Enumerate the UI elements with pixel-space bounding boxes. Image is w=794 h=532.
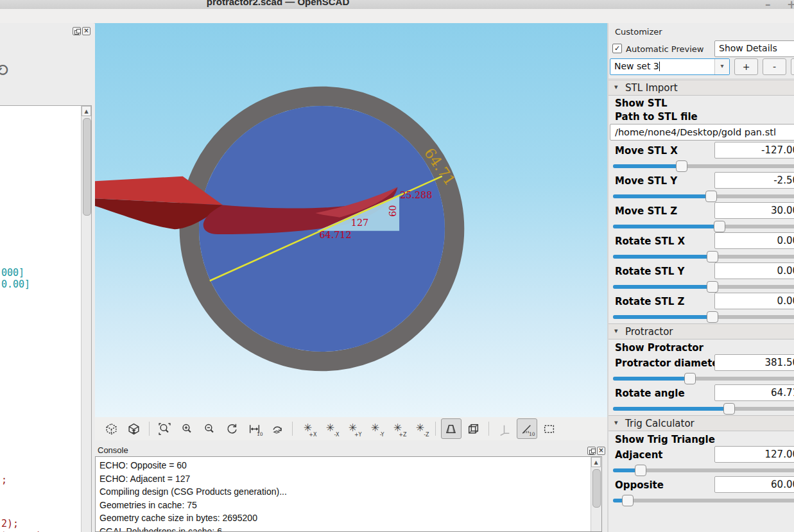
scroll-up-icon[interactable]: ▲ bbox=[591, 457, 601, 467]
move-stl-y-input[interactable] bbox=[714, 172, 794, 189]
opposite-input[interactable] bbox=[714, 476, 794, 493]
show-protractor-label: Show Protractor bbox=[615, 342, 703, 354]
move-stl-x-label: Move STL X bbox=[615, 145, 678, 157]
slider-handle[interactable] bbox=[723, 403, 735, 415]
maximize-button[interactable]: + bbox=[787, 0, 794, 10]
protractor-diameter-label: Protractor diameter bbox=[615, 357, 723, 369]
icon-label: +X bbox=[309, 432, 316, 438]
reset-view-icon[interactable] bbox=[222, 418, 243, 439]
protractor-diameter-input[interactable] bbox=[714, 354, 794, 371]
editor-scrollbar[interactable]: ▲ bbox=[81, 106, 91, 532]
details-dropdown[interactable]: Show Details bbox=[714, 40, 794, 57]
icon-label: -X bbox=[334, 432, 340, 438]
minimize-button[interactable]: – bbox=[765, 0, 771, 10]
console-output[interactable]: ECHO: Opposite = 60 ECHO: Adjacent = 127… bbox=[95, 456, 602, 532]
rotate-stl-x-label: Rotate STL X bbox=[615, 236, 685, 247]
rotate-stl-y-input[interactable] bbox=[714, 262, 794, 279]
move-stl-x-slider[interactable] bbox=[608, 160, 794, 172]
console-scroll-thumb[interactable] bbox=[592, 469, 601, 508]
preset-save-button[interactable] bbox=[791, 58, 794, 75]
code-fragment: 000] bbox=[1, 267, 24, 279]
slider-handle[interactable] bbox=[635, 465, 646, 476]
rotate-angle-input[interactable] bbox=[714, 384, 794, 401]
slider-handle[interactable] bbox=[622, 495, 634, 506]
editor-float-icon[interactable] bbox=[73, 27, 81, 35]
slider-handle[interactable] bbox=[684, 373, 696, 384]
rotate-stl-x-slider[interactable] bbox=[608, 251, 794, 262]
axis-view-icon[interactable]: ✳+X bbox=[298, 418, 318, 439]
view-boundary-icon[interactable] bbox=[539, 418, 560, 439]
section-stl-import[interactable]: ▾ STL Import bbox=[608, 80, 794, 96]
slider-handle[interactable] bbox=[705, 191, 717, 202]
preset-remove-button[interactable]: - bbox=[763, 58, 786, 75]
rotate-angle-label: Rotate angle bbox=[615, 388, 685, 399]
console-scrollbar[interactable]: ▲ bbox=[591, 457, 601, 531]
axis-view-icon[interactable]: ✳+Z bbox=[388, 418, 408, 439]
scroll-up-icon[interactable]: ▲ bbox=[82, 106, 91, 116]
editor-close-icon[interactable]: × bbox=[82, 27, 91, 35]
render-cube-icon[interactable] bbox=[124, 418, 144, 439]
editor-scroll-thumb[interactable] bbox=[83, 118, 91, 216]
rotate-stl-z-slider[interactable] bbox=[608, 311, 794, 323]
editor-toolbar-fragment-icon: ⟲ bbox=[0, 60, 8, 80]
move-stl-x-input[interactable] bbox=[714, 142, 794, 159]
path-label: Path to STL file bbox=[615, 111, 698, 123]
menu-strip bbox=[0, 9, 794, 24]
perspective-icon[interactable] bbox=[441, 418, 462, 439]
console-line: Geometries in cache: 75 bbox=[96, 499, 601, 512]
rotate-angle-slider[interactable] bbox=[608, 403, 794, 415]
axis-view-icon[interactable]: ✳+Y bbox=[343, 418, 363, 439]
section-trig-calculator[interactable]: ▾ Trig Calculator bbox=[608, 415, 794, 431]
rotate-view-icon[interactable] bbox=[267, 418, 288, 439]
adjacent-label: 127 bbox=[351, 218, 368, 228]
rotate-stl-y-label: Rotate STL Y bbox=[615, 266, 684, 277]
axis-view-icon[interactable]: ✳-X bbox=[320, 418, 341, 439]
zoom-all-icon[interactable] bbox=[155, 418, 175, 439]
slider-handle[interactable] bbox=[676, 160, 687, 172]
slider-handle[interactable] bbox=[707, 311, 718, 323]
scale-markers-icon[interactable]: 10 bbox=[517, 418, 537, 439]
slider-handle[interactable] bbox=[707, 281, 718, 293]
slider-handle[interactable] bbox=[714, 221, 725, 232]
protractor-diameter-slider[interactable] bbox=[608, 373, 794, 384]
orthogonal-icon[interactable] bbox=[463, 418, 484, 439]
icon-label: -Y bbox=[380, 432, 384, 438]
editor-text-area[interactable]: 000] 0.00] ; 2); tenuse); ▲ bbox=[0, 105, 92, 532]
adjacent-slider[interactable] bbox=[608, 465, 794, 476]
preset-add-button[interactable]: + bbox=[734, 58, 758, 75]
rotate-stl-x-input[interactable] bbox=[714, 232, 794, 249]
show-axes-icon[interactable] bbox=[494, 418, 515, 439]
rotate-stl-y-slider[interactable] bbox=[608, 281, 794, 293]
console-close-icon[interactable]: × bbox=[597, 447, 605, 455]
editor-panel: × ⟲ 000] 0.00] ; 2); tenuse); ▲ bbox=[0, 23, 94, 532]
viewport-3d[interactable]: 64.712 127 60 25.288 64.71 bbox=[95, 23, 607, 417]
preview-cube-icon[interactable] bbox=[101, 418, 122, 439]
adjacent-param-label: Adjacent bbox=[615, 449, 663, 461]
openscad-window: { "window": { "title": "protractor2.scad… bbox=[0, 0, 794, 532]
view-all-icon[interactable]: 10 bbox=[245, 418, 265, 439]
axis-view-icon[interactable]: ✳-Z bbox=[410, 418, 431, 439]
stl-path-input[interactable] bbox=[610, 124, 794, 141]
opposite-slider[interactable] bbox=[608, 495, 794, 506]
automatic-preview-checkbox[interactable]: ✓ bbox=[612, 44, 622, 53]
collapse-triangle-icon: ▾ bbox=[614, 83, 618, 91]
angle-lower-label: 64.712 bbox=[319, 230, 351, 240]
zoom-out-icon[interactable] bbox=[200, 418, 220, 439]
console-float-icon[interactable] bbox=[587, 447, 596, 455]
adjacent-input[interactable] bbox=[714, 446, 794, 463]
move-stl-z-slider[interactable] bbox=[608, 221, 794, 232]
code-fragment: 0.00] bbox=[1, 279, 30, 290]
title-bar: protractor2.scad — OpenSCAD – + bbox=[0, 0, 794, 10]
preset-combobox[interactable]: New set 3 ▾ bbox=[610, 58, 730, 75]
rotate-stl-z-input[interactable] bbox=[714, 293, 794, 309]
text-cursor bbox=[659, 62, 660, 71]
move-stl-z-input[interactable] bbox=[714, 202, 794, 219]
axis-view-icon[interactable]: ✳-Y bbox=[365, 418, 386, 439]
move-stl-y-slider[interactable] bbox=[608, 191, 794, 202]
section-protractor[interactable]: ▾ Protractor bbox=[608, 323, 794, 339]
slider-handle[interactable] bbox=[707, 251, 718, 262]
automatic-preview-label: Automatic Preview bbox=[626, 44, 703, 54]
console-line: ECHO: Adjacent = 127 bbox=[96, 472, 601, 486]
chevron-down-icon[interactable]: ▾ bbox=[714, 59, 729, 74]
zoom-in-icon[interactable] bbox=[177, 418, 198, 439]
